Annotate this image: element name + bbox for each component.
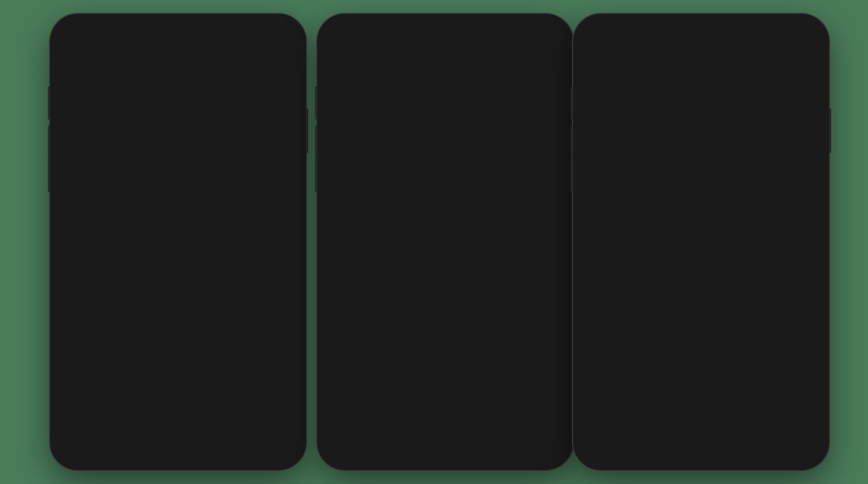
drawer-memoji-1[interactable]: 🧑 [61,275,82,297]
message-input-2[interactable]: iMessage 🎤 [373,249,562,265]
chevron-right-2[interactable]: › [555,58,559,70]
recent-title-1: Good Girls ● [358,337,438,343]
memoji-1[interactable]: 🧑‍🦱 [60,314,137,359]
avatar-1: 🧑 [155,47,180,72]
input-placeholder-2: iMessage [380,253,413,261]
camera-button-1[interactable]: 📷 [61,248,79,266]
contact-name-1[interactable]: Eden [159,73,176,81]
drawer-memoji-2[interactable]: 🧑 [379,275,401,297]
input-area-3: 📷 𝐀 iMessage 🎤 [579,243,823,270]
drawer-rainbow-1[interactable]: 🌈 [138,275,159,297]
sticker-4-3[interactable]: 🐭 [583,363,659,408]
stickers-grid-3: 🐭💃 🐦HA HA 🐭😎 🐭 🌸 BFF [583,314,819,408]
recent-artist-2: Leon Bridges [479,343,559,349]
memoji-3[interactable]: 🧑‍🦱 [219,314,296,359]
apps-button-3[interactable]: 𝐀 [606,248,624,266]
mic-icon-1[interactable]: 🎤 [278,253,288,261]
message-row-received-2: Hey! Hear any good songs lately? [329,112,561,136]
mic-icon-3[interactable]: 🎤 [801,253,811,261]
recent-item-4[interactable]: Flight of the... Hiatus Kaiyote [447,363,563,394]
memoji-4[interactable]: 🧑‍🦱 [60,361,137,406]
recent-info-1: Good Girls ● CHVRCHES [358,337,438,349]
memoji-2[interactable]: 🧑‍🦱 [140,314,217,359]
received-bubble-2: Hey! Hear any good songs lately? [329,112,462,134]
status-icons-1: ▂▄▆ 📶 [262,29,289,38]
apps-button-2[interactable]: 𝐀 [351,248,368,266]
sticker-1-3[interactable]: 🐭💃 [583,314,659,359]
recent-artist-3: Tones And I [358,379,438,385]
chevron-right-3[interactable]: › [811,58,815,70]
music-recents-2: Good Girls ● CHVRCHES Gold-Diggers... Le… [327,327,563,394]
back-button-3[interactable]: ‹ [588,60,590,69]
video-call-icon-2[interactable]: 📹 [535,58,549,71]
delivered-text-2: تم التسليم [329,213,561,220]
sticker-5-3[interactable]: 🌸 [663,363,739,408]
video-call-icon-1[interactable]: 📹 [268,58,282,71]
drawer-memoji2-2[interactable]: 🧑 [405,275,426,297]
drawer-rainbow-2[interactable]: 🌈 [328,275,349,297]
chevron-right-1[interactable]: › [288,58,292,70]
recent-item-1[interactable]: Good Girls ● CHVRCHES [327,327,443,358]
battery-icon-2: 🔋 [334,29,343,38]
mic-icon-2[interactable]: 🎤 [545,253,555,261]
contact-name-2[interactable]: Armando [420,73,450,81]
recent-item-3[interactable]: Welcome to t... Tones And I [327,363,443,394]
notch-2 [406,19,484,36]
message-row-sent-2: Yeah! I've been updating my playlist. He… [329,136,561,170]
drawer-sticker-2[interactable]: 🐭 [482,275,503,297]
drawer-wave-2[interactable]: 〰️ [354,275,375,297]
sticker-6-3[interactable]: BFF [743,363,819,408]
memoji-grid-1: 🧑‍🦱 🧑‍🦱 🧑‍🦱 🧑‍🦱 🧑‍🦱 🧑‍🦱 [60,314,296,406]
msg-date-3: iMessage اليوم ٩:٣٢ ص [585,95,817,109]
notch-3 [662,19,740,36]
drawer-heart-2[interactable]: ❤️ [456,275,477,297]
drawer-memoji2-3[interactable]: 🧑 [635,275,657,297]
drawer-music-1[interactable]: 🎵 [112,275,134,297]
memoji-6[interactable]: 🧑‍🦱 [219,361,296,406]
back-button-1[interactable]: ‹ [65,60,67,69]
drawer-handle-1 [168,304,188,307]
phone-1: 🔋 9:41 ▂▄▆ 📶 ‹ 🧑 Eden [50,14,306,470]
recent-title-3: Welcome to t... [358,372,438,379]
drawer-heart-3[interactable]: ❤️ [712,275,733,297]
screen-content-3: 🔋 9:41 📶 ‹ 👩 Julie 📹 › [579,19,823,465]
msg-date-2: iMessage اليوم ٩:٣٦ ص [329,95,561,109]
received-bubble-1: I 🤔 I passed you on the road earlier...w… [62,112,236,144]
drawer-music-2[interactable]: 🎵 [431,275,452,297]
memoji-5[interactable]: 🧑‍🦱 [140,361,217,406]
drawer-memoji2-1[interactable]: 🧑‍🦰 [87,275,108,297]
recent-info-4: Flight of the... Hiatus Kaiyote [479,372,559,385]
drawer-sticker-1[interactable]: 🐭 [189,275,210,297]
video-call-icon-3[interactable]: 📹 [791,58,805,71]
drawer-memoji-3[interactable]: 🧑 [610,275,631,297]
drawer-music-3[interactable]: 🎵 [661,275,682,297]
drawer-more-1[interactable]: ••• [215,275,236,297]
avatar-3: 👩 [678,47,703,72]
message-input-1[interactable]: iMessage 🎤 [106,249,295,265]
sticker-2-3[interactable]: 🐦HA HA [663,314,739,359]
camera-button-2[interactable]: 📷 [328,248,346,266]
music-card-2[interactable]: Welcome to the Madhouse Tones And I 🍎 Mu… [427,170,561,211]
contact-name-3[interactable]: Julie [683,73,698,81]
drawer-rainbow-3[interactable]: 🌈 [687,275,708,297]
drawer-sticker-3[interactable]: 🐭 [738,275,759,297]
message-input-3[interactable]: iMessage 🎤 [629,249,818,265]
sticker-3-3[interactable]: 🐭😎 [743,314,819,359]
play-button-2[interactable] [434,180,454,200]
phone-screen-3: 🔋 9:41 📶 ‹ 👩 Julie 📹 › [579,19,823,465]
header-center-1: 🧑 Eden [155,47,180,81]
input-placeholder-1: iMessage [113,253,146,261]
battery-icon-3: 🔋 [590,29,599,38]
signal-icon-1: 📶 [280,29,289,38]
drawer-wave-3[interactable]: 〰️ [584,275,605,297]
apps-button-1[interactable]: 𝐀 [83,248,101,266]
phone-screen-1: 🔋 9:41 ▂▄▆ 📶 ‹ 🧑 Eden [56,19,300,465]
notch-1 [139,19,217,36]
back-chevron-1: ‹ [65,60,67,69]
recent-item-2[interactable]: Gold-Diggers... Leon Bridges [447,327,563,358]
drawer-heart-1[interactable]: ❤️ [164,275,185,297]
camera-button-3[interactable]: 📷 [584,248,602,266]
header-center-2: 🧑 Armando [420,47,450,81]
msg-date-1: iMessage اليوم ٩:٣٨ ص [62,95,294,109]
back-button-2[interactable]: ‹ [332,60,334,69]
